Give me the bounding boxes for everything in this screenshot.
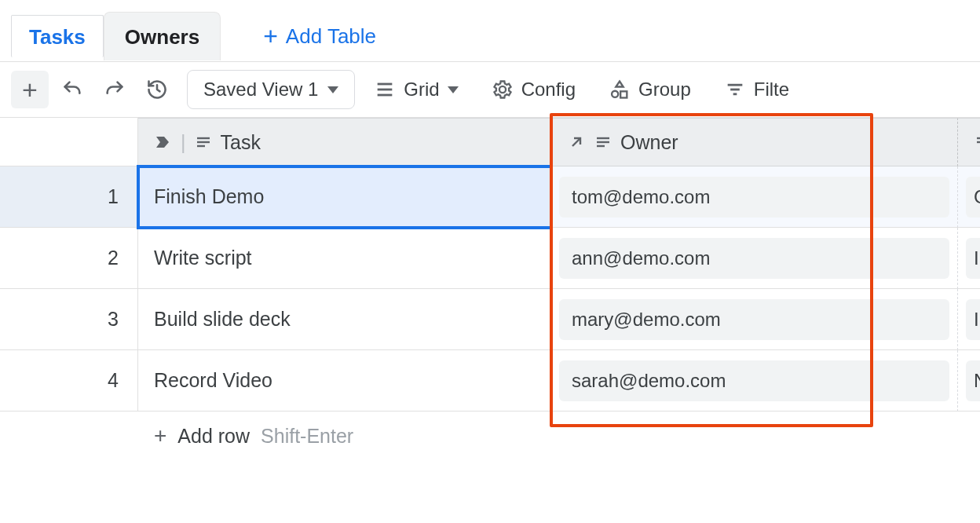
cell-extra[interactable]: C <box>958 166 980 228</box>
config-button[interactable]: Config <box>477 71 590 108</box>
add-table-label: Add Table <box>286 24 376 49</box>
text-icon <box>194 133 213 152</box>
text-icon <box>594 133 612 152</box>
saved-view-label: Saved View 1 <box>203 79 318 101</box>
chevron-down-icon <box>327 86 338 93</box>
grid-label: Grid <box>404 79 439 101</box>
history-button[interactable] <box>138 71 176 108</box>
cell-task[interactable]: Write script <box>138 228 551 289</box>
svg-rect-6 <box>620 91 627 97</box>
table-row: 4 Record Video sarah@demo.com N <box>0 350 980 411</box>
column-owner-label: Owner <box>620 131 678 154</box>
cell-owner[interactable]: tom@demo.com <box>551 166 958 228</box>
tab-tasks[interactable]: Tasks <box>11 15 104 57</box>
svg-marker-4 <box>616 82 623 87</box>
table-row: 2 Write script ann@demo.com I <box>0 228 980 289</box>
group-button[interactable]: Group <box>594 71 705 108</box>
owner-chip: sarah@demo.com <box>559 360 949 401</box>
filter-button[interactable]: Filte <box>710 71 803 108</box>
table-row: 3 Build slide deck mary@demo.com I <box>0 289 980 350</box>
cell-extra[interactable]: N <box>958 350 980 411</box>
lookup-icon <box>567 133 586 152</box>
cell-task[interactable]: Build slide deck <box>138 289 551 350</box>
row-number[interactable]: 2 <box>0 228 138 289</box>
extra-chip: C <box>966 177 980 218</box>
filter-label: Filte <box>754 79 789 101</box>
extra-chip: I <box>966 299 980 340</box>
svg-point-5 <box>612 91 618 97</box>
add-table-button[interactable]: + Add Table <box>243 11 397 61</box>
plus-icon: + <box>154 423 166 448</box>
column-task-label: Task <box>221 131 261 154</box>
add-row-label: Add row <box>177 425 250 448</box>
cell-extra[interactable]: I <box>958 289 980 350</box>
owner-chip: ann@demo.com <box>559 238 949 279</box>
undo-button[interactable] <box>53 71 91 108</box>
owner-chip: tom@demo.com <box>559 177 949 218</box>
row-number[interactable]: 4 <box>0 350 138 411</box>
svg-line-13 <box>572 138 580 146</box>
group-label: Group <box>638 79 691 101</box>
row-number[interactable]: 3 <box>0 289 138 350</box>
cell-owner[interactable]: sarah@demo.com <box>551 350 958 411</box>
extra-chip: I <box>966 238 980 279</box>
text-icon <box>974 133 980 152</box>
toolbar: + Saved View 1 Grid Config Group Filte <box>0 62 980 118</box>
table-row: 1 Finish Demo tom@demo.com C <box>0 166 980 228</box>
tab-owners[interactable]: Owners <box>104 12 221 60</box>
row-number[interactable]: 1 <box>0 166 138 228</box>
redo-button[interactable] <box>96 71 133 108</box>
column-header-task[interactable]: | Task <box>138 118 551 166</box>
cell-owner[interactable]: mary@demo.com <box>551 289 958 350</box>
tabs-row: Tasks Owners + Add Table <box>0 0 980 62</box>
svg-point-3 <box>499 86 506 93</box>
rownum-header <box>0 118 138 166</box>
cell-task[interactable]: Record Video <box>138 350 551 411</box>
chevron-down-icon <box>448 86 459 93</box>
add-record-button[interactable]: + <box>11 71 49 108</box>
owner-chip: mary@demo.com <box>559 299 949 340</box>
cell-owner[interactable]: ann@demo.com <box>551 228 958 289</box>
add-row-hint: Shift-Enter <box>261 425 353 448</box>
add-row: + Add row Shift-Enter <box>0 411 980 460</box>
cell-task[interactable]: Finish Demo <box>138 166 551 228</box>
saved-view-dropdown[interactable]: Saved View 1 <box>187 70 355 109</box>
plus-icon: + <box>263 24 278 49</box>
table: | Task Owner 1 Finish Demo tom@demo.com … <box>0 118 980 460</box>
column-header-owner[interactable]: Owner <box>551 118 958 166</box>
config-label: Config <box>521 79 576 101</box>
cell-extra[interactable]: I <box>958 228 980 289</box>
extra-chip: N <box>966 360 980 401</box>
view-type-dropdown[interactable]: Grid <box>360 71 472 108</box>
add-row-button[interactable]: + Add row Shift-Enter <box>138 423 369 448</box>
table-header-row: | Task Owner <box>0 118 980 166</box>
column-header-extra[interactable] <box>958 118 980 166</box>
tag-icon <box>154 133 173 152</box>
